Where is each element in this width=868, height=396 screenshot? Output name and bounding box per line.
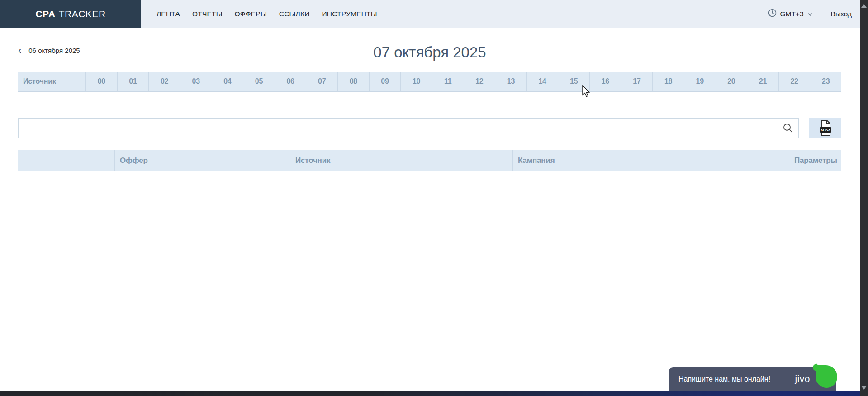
chat-message: Напишите нам, мы онлайн!	[678, 375, 770, 383]
table-column-header-2: Источник	[290, 150, 512, 171]
table-column-header-1: Оффер	[114, 150, 290, 171]
hour-column-06: 06	[275, 72, 307, 91]
search-icon[interactable]	[783, 123, 793, 135]
search-row: XLSX	[18, 118, 841, 138]
hour-column-08: 08	[338, 72, 370, 91]
date-navigation: ‹ 06 октября 2025 07 октября 2025	[18, 44, 841, 61]
hour-column-10: 10	[401, 72, 432, 91]
chevron-down-icon	[807, 10, 813, 18]
hour-column-03: 03	[180, 72, 212, 91]
hour-column-14: 14	[527, 72, 559, 91]
hour-column-11: 11	[432, 72, 464, 91]
table-column-header-0	[18, 150, 114, 171]
hour-column-07: 07	[306, 72, 338, 91]
hour-column-09: 09	[370, 72, 401, 91]
hour-column-17: 17	[621, 72, 653, 91]
timezone-label: GMT+3	[780, 10, 804, 18]
nav-menu: ЛЕНТАОТЧЕТЫОФФЕРЫССЫЛКИИНСТРУМЕНТЫ	[157, 0, 377, 28]
xlsx-file-icon: XLSX	[818, 119, 833, 138]
prev-date-link[interactable]: ‹ 06 октября 2025	[18, 47, 80, 54]
table-header-row: ОфферИсточникКампанияПараметры	[18, 150, 841, 171]
hour-column-04: 04	[212, 72, 244, 91]
hour-column-01: 01	[118, 72, 149, 91]
leaf-icon	[816, 365, 837, 388]
hour-column-20: 20	[716, 72, 748, 91]
hours-source-column-header: Источник	[18, 72, 86, 91]
hour-column-19: 19	[684, 72, 716, 91]
nav-item-3[interactable]: ССЫЛКИ	[279, 10, 310, 18]
navbar-right: GMT+3 Выход	[768, 0, 868, 28]
top-navbar: CPA TRACKER ЛЕНТАОТЧЕТЫОФФЕРЫССЫЛКИИНСТР…	[0, 0, 868, 28]
hours-header-row: 0001020304050607080910111213141516171819…	[86, 72, 841, 91]
hour-column-21: 21	[747, 72, 779, 91]
vertical-scrollbar[interactable]	[860, 0, 868, 396]
hour-column-13: 13	[495, 72, 527, 91]
hours-header-table: Источник 0001020304050607080910111213141…	[18, 72, 841, 92]
timezone-selector[interactable]: GMT+3	[768, 9, 813, 19]
app-logo[interactable]: CPA TRACKER	[0, 0, 141, 28]
table-column-header-3: Кампания	[512, 150, 789, 171]
page: CPA TRACKER ЛЕНТАОТЧЕТЫОФФЕРЫССЫЛКИИНСТР…	[0, 0, 868, 396]
search-box	[18, 118, 799, 138]
hour-column-18: 18	[653, 72, 684, 91]
hour-column-12: 12	[464, 72, 496, 91]
search-input[interactable]	[18, 118, 799, 138]
hour-column-05: 05	[243, 72, 275, 91]
xlsx-export-button[interactable]: XLSX	[809, 118, 841, 138]
hour-column-16: 16	[590, 72, 621, 91]
table-column-header-4: Параметры	[789, 150, 841, 171]
logo-rest: TRACKER	[59, 9, 106, 19]
nav-item-4[interactable]: ИНСТРУМЕНТЫ	[322, 10, 377, 18]
chat-brand-label: jivo	[795, 373, 810, 384]
page-title: 07 октября 2025	[18, 44, 841, 61]
hour-column-00: 00	[86, 72, 118, 91]
hour-column-15: 15	[558, 72, 590, 91]
chevron-left-icon: ‹	[18, 48, 21, 54]
nav-item-2[interactable]: ОФФЕРЫ	[235, 10, 267, 18]
hour-column-23: 23	[810, 72, 841, 91]
chat-widget[interactable]: Напишите нам, мы онлайн! jivo	[669, 367, 836, 391]
hour-column-02: 02	[149, 72, 180, 91]
nav-item-0[interactable]: ЛЕНТА	[157, 10, 180, 18]
prev-date-label: 06 октября 2025	[28, 47, 80, 54]
scroll-down-icon[interactable]	[861, 386, 867, 390]
scroll-up-icon[interactable]	[861, 4, 867, 8]
main-content: ‹ 06 октября 2025 07 октября 2025 Источн…	[18, 44, 841, 171]
xlsx-label: XLSX	[821, 128, 831, 132]
hour-column-22: 22	[779, 72, 811, 91]
clock-icon	[768, 9, 777, 19]
nav-item-1[interactable]: ОТЧЕТЫ	[192, 10, 223, 18]
bottom-window-edge	[0, 391, 868, 396]
logo-bold: CPA	[35, 9, 55, 19]
logout-link[interactable]: Выход	[831, 10, 852, 18]
